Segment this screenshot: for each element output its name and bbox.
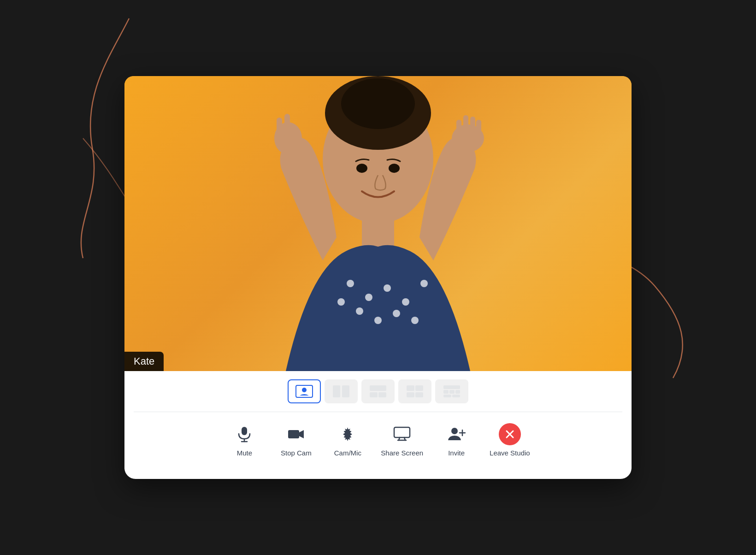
svg-rect-34 bbox=[415, 392, 423, 397]
invite-button[interactable]: Invite bbox=[438, 423, 475, 457]
svg-rect-28 bbox=[370, 385, 386, 391]
share-screen-label: Share Screen bbox=[381, 449, 423, 457]
svg-point-25 bbox=[302, 388, 307, 392]
svg-rect-27 bbox=[342, 385, 349, 397]
svg-rect-29 bbox=[370, 392, 378, 397]
svg-rect-44 bbox=[288, 430, 299, 438]
layout-btn-grid3[interactable] bbox=[361, 379, 395, 403]
svg-point-5 bbox=[365, 294, 372, 301]
video-area: Kate bbox=[124, 76, 632, 371]
layout-btn-single[interactable] bbox=[288, 379, 321, 403]
svg-point-8 bbox=[420, 280, 428, 287]
svg-rect-21 bbox=[476, 120, 481, 139]
svg-point-11 bbox=[393, 310, 400, 317]
camera-icon bbox=[285, 423, 307, 445]
svg-point-9 bbox=[356, 307, 363, 315]
close-icon bbox=[499, 423, 521, 445]
stop-cam-label: Stop Cam bbox=[281, 449, 312, 457]
svg-point-10 bbox=[374, 317, 382, 324]
svg-rect-20 bbox=[470, 117, 475, 139]
svg-rect-26 bbox=[333, 385, 340, 397]
cam-mic-button[interactable]: Cam/Mic bbox=[329, 423, 366, 457]
controls-bar: Mute Stop Cam Cam/Mic bbox=[124, 412, 632, 470]
svg-rect-30 bbox=[378, 392, 386, 397]
person-figure bbox=[124, 76, 632, 371]
svg-rect-35 bbox=[443, 385, 460, 389]
svg-rect-38 bbox=[455, 390, 460, 394]
svg-point-50 bbox=[451, 428, 458, 434]
svg-rect-18 bbox=[456, 120, 461, 141]
stop-cam-button[interactable]: Stop Cam bbox=[278, 423, 314, 457]
add-person-icon bbox=[445, 423, 467, 445]
mic-icon bbox=[233, 423, 255, 445]
svg-rect-41 bbox=[242, 427, 247, 435]
svg-point-13 bbox=[337, 298, 345, 306]
svg-point-4 bbox=[347, 280, 354, 287]
participant-name-label: Kate bbox=[124, 352, 164, 371]
studio-container: Kate bbox=[124, 76, 632, 479]
svg-rect-3 bbox=[362, 210, 394, 247]
svg-rect-32 bbox=[415, 385, 423, 391]
svg-point-7 bbox=[402, 298, 409, 306]
svg-point-6 bbox=[384, 284, 391, 292]
invite-label: Invite bbox=[448, 449, 465, 457]
svg-rect-16 bbox=[284, 114, 290, 137]
svg-point-23 bbox=[389, 164, 400, 173]
layout-btn-grid2[interactable] bbox=[325, 379, 358, 403]
svg-rect-36 bbox=[443, 390, 449, 394]
layout-btn-grid4[interactable] bbox=[398, 379, 431, 403]
svg-rect-15 bbox=[277, 118, 282, 138]
cam-mic-label: Cam/Mic bbox=[334, 449, 361, 457]
mute-button[interactable]: Mute bbox=[226, 423, 263, 457]
svg-rect-46 bbox=[394, 427, 410, 437]
svg-rect-31 bbox=[407, 385, 414, 391]
settings-icon bbox=[337, 423, 359, 445]
layout-strip bbox=[124, 371, 632, 412]
svg-point-22 bbox=[356, 164, 367, 173]
svg-rect-40 bbox=[452, 395, 460, 397]
participant-name-text: Kate bbox=[134, 355, 154, 367]
svg-point-12 bbox=[411, 317, 419, 324]
mute-label: Mute bbox=[237, 449, 252, 457]
svg-rect-39 bbox=[443, 395, 451, 397]
svg-point-2 bbox=[341, 78, 415, 129]
leave-studio-button[interactable]: Leave Studio bbox=[490, 423, 530, 457]
svg-rect-37 bbox=[449, 390, 455, 394]
layout-btn-grid5[interactable] bbox=[435, 379, 468, 403]
svg-rect-19 bbox=[463, 115, 468, 138]
svg-rect-33 bbox=[407, 392, 414, 397]
share-screen-button[interactable]: Share Screen bbox=[381, 423, 423, 457]
monitor-icon bbox=[391, 423, 413, 445]
leave-studio-label: Leave Studio bbox=[490, 449, 530, 457]
